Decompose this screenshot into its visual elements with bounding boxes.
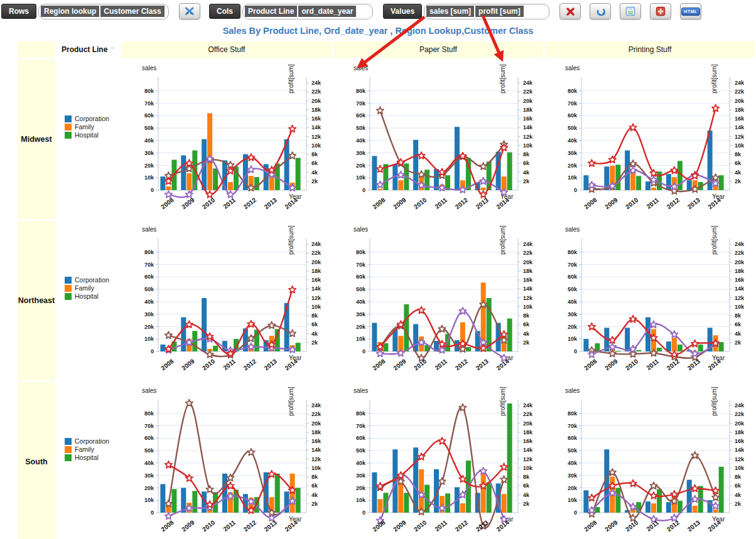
svg-text:2013: 2013 (686, 196, 702, 211)
svg-text:2k: 2k (311, 501, 318, 507)
svg-text:sales: sales (354, 387, 368, 394)
svg-text:10k: 10k (144, 497, 154, 503)
svg-text:8k: 8k (523, 474, 530, 480)
html-export-button[interactable]: HTML (680, 3, 701, 19)
chart-cell: 010k20k30k40k50k60k70k80k2k4k6k8k10k12k1… (122, 382, 332, 539)
svg-text:2010: 2010 (413, 358, 428, 372)
svg-text:12k: 12k (735, 456, 745, 462)
svg-text:18k: 18k (311, 429, 321, 435)
svg-text:80k: 80k (356, 88, 366, 94)
svg-text:10k: 10k (523, 304, 533, 310)
field-chip-customer-class[interactable]: Customer Class (100, 6, 164, 17)
legend-swatch-family (65, 124, 72, 131)
svg-text:2011: 2011 (645, 196, 660, 210)
svg-text:14k: 14k (523, 447, 533, 453)
cols-field-well[interactable]: Product Line ord_date_year (242, 4, 373, 19)
field-chip-ord-date-year[interactable]: ord_date_year (298, 6, 356, 17)
svg-text:2012: 2012 (454, 196, 470, 211)
legend-swatch-hospital (65, 454, 72, 461)
svg-text:4k: 4k (735, 331, 742, 337)
legend-item: Family (65, 123, 109, 131)
col-header-office-stuff: Office Stuff (122, 41, 332, 58)
svg-text:2011: 2011 (433, 196, 448, 210)
svg-text:80k: 80k (144, 410, 154, 417)
svg-text:10k: 10k (356, 497, 366, 503)
svg-text:18k: 18k (311, 107, 321, 113)
svg-text:80k: 80k (356, 249, 366, 255)
legend-swatch-family (65, 446, 72, 453)
svg-text:2011: 2011 (222, 196, 237, 210)
svg-text:2008: 2008 (583, 519, 598, 533)
swap-axes-button[interactable] (179, 3, 200, 19)
svg-text:2011: 2011 (433, 358, 448, 371)
legend-label: Family (75, 446, 94, 453)
svg-text:sales: sales (565, 65, 580, 72)
values-field-well[interactable]: sales [sum] profit [sum] (424, 4, 549, 19)
svg-text:20k: 20k (144, 163, 154, 169)
svg-text:2013: 2013 (686, 358, 702, 372)
field-chip-product-line[interactable]: Product Line (245, 6, 297, 17)
svg-text:12k: 12k (311, 295, 321, 301)
svg-text:profit[sum]: profit[sum] (288, 225, 294, 255)
toolbar: Rows Region lookup Customer Class Cols P… (0, 0, 756, 21)
legend-swatch-corporation (65, 438, 72, 445)
svg-text:2012: 2012 (242, 358, 258, 372)
svg-text:sales: sales (565, 387, 580, 394)
field-chip-profit-sum[interactable]: profit [sum] (475, 6, 524, 17)
svg-text:30k: 30k (144, 150, 154, 156)
rows-button[interactable]: Rows (1, 4, 36, 19)
svg-text:sales: sales (142, 387, 156, 394)
svg-text:16k: 16k (735, 438, 745, 444)
svg-text:10k: 10k (523, 142, 533, 149)
legend: CorporationFamilyHospital (65, 115, 109, 139)
field-chip-region-lookup[interactable]: Region lookup (41, 6, 99, 17)
svg-text:22k: 22k (735, 250, 745, 256)
page-title: Sales By Product Line, Ord_date_year , R… (0, 26, 756, 38)
rows-field-well[interactable]: Region lookup Customer Class (38, 4, 169, 19)
chart-cell: 010k20k30k40k50k60k70k80k2k4k6k8k10k12k1… (122, 221, 332, 380)
svg-text:10k: 10k (311, 304, 321, 310)
values-button[interactable]: Values (383, 4, 422, 19)
add-chart-button[interactable] (650, 3, 671, 19)
svg-text:24k: 24k (735, 80, 745, 86)
svg-text:14k: 14k (311, 447, 321, 453)
svg-text:20k: 20k (144, 485, 154, 491)
refresh-button[interactable] (590, 3, 611, 19)
legend-label: Family (75, 123, 94, 131)
delete-button[interactable] (559, 3, 581, 19)
svg-text:70k: 70k (356, 423, 366, 429)
chart-cell: 010k20k30k40k50k60k70k80k2k4k6k8k10k12k1… (333, 221, 543, 380)
svg-text:80k: 80k (356, 410, 366, 417)
column-dimension-header[interactable]: Product Line → (57, 41, 120, 58)
field-chip-sales-sum[interactable]: sales [sum] (426, 6, 474, 17)
legend-item: Corporation (65, 437, 109, 445)
svg-text:6k: 6k (311, 160, 318, 166)
svg-text:20k: 20k (311, 259, 321, 265)
svg-text:20k: 20k (356, 485, 366, 491)
svg-text:2k: 2k (735, 501, 742, 507)
svg-text:0: 0 (151, 187, 154, 193)
svg-text:2010: 2010 (413, 196, 428, 211)
save-button[interactable] (620, 3, 641, 19)
legend-swatch-corporation (65, 277, 72, 284)
svg-text:2009: 2009 (180, 519, 196, 533)
svg-text:30k: 30k (356, 311, 366, 318)
cols-button[interactable]: Cols (209, 4, 240, 19)
svg-text:22k: 22k (523, 88, 533, 95)
svg-text:2008: 2008 (371, 358, 387, 372)
svg-text:2009: 2009 (392, 196, 408, 211)
svg-text:2013: 2013 (686, 519, 702, 533)
svg-text:2009: 2009 (603, 519, 619, 533)
svg-text:50k: 50k (144, 447, 154, 454)
svg-text:sales: sales (354, 226, 368, 233)
svg-text:60k: 60k (568, 274, 578, 280)
chart-cell: 010k20k30k40k50k60k70k80k2k4k6k8k10k12k1… (545, 221, 755, 380)
svg-text:2013: 2013 (263, 196, 279, 211)
svg-text:16k: 16k (523, 438, 533, 444)
svg-text:2k: 2k (523, 178, 530, 184)
legend-label: Family (75, 284, 94, 292)
svg-text:20k: 20k (311, 420, 321, 427)
svg-text:18k: 18k (735, 268, 745, 274)
svg-text:50k: 50k (568, 286, 578, 292)
svg-text:60k: 60k (144, 274, 154, 280)
